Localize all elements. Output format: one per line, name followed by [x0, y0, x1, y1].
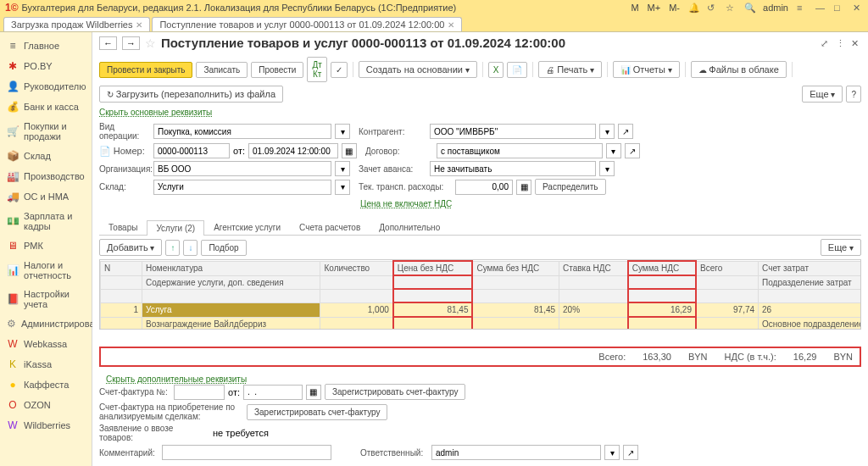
number-input[interactable] [153, 143, 230, 158]
search-icon[interactable]: 🔍 [744, 3, 754, 13]
sidebar-item[interactable]: 🚚ОС и НМА [0, 186, 92, 207]
sidebar-item[interactable]: 📦Склад [0, 146, 92, 166]
save-button[interactable]: Записать [196, 62, 248, 78]
open-icon[interactable]: ↗ [625, 143, 640, 158]
sidebar-item[interactable]: ≡Главное [0, 36, 92, 56]
register-invoice-button-2[interactable]: Зарегистрировать счет-фактуру [247, 404, 387, 420]
close-icon[interactable]: ✕ [853, 3, 863, 13]
print-button[interactable]: 🖨 Печать ▾ [538, 61, 602, 78]
select-icon[interactable]: ✓ [331, 62, 348, 78]
dropdown-icon[interactable]: ▾ [606, 143, 621, 158]
calendar-icon[interactable]: ▦ [306, 385, 321, 400]
nav-fwd[interactable]: → [122, 36, 140, 50]
dropdown-icon[interactable]: ▾ [335, 124, 350, 139]
dropdown-icon[interactable]: ▾ [599, 124, 615, 139]
expand-icon[interactable]: ⤢ [821, 38, 831, 48]
toolbox-icon[interactable]: ≡ [797, 3, 807, 13]
move-up-icon[interactable]: ↑ [165, 240, 180, 256]
calendar-icon[interactable]: ▦ [342, 143, 357, 158]
invoice-date-input[interactable] [243, 385, 303, 400]
reload-button[interactable]: ↻ Загрузить (перезаполнить) из файла [99, 86, 283, 103]
sidebar-item[interactable]: 🛒Покупки и продажи [0, 117, 92, 146]
warehouse-select[interactable] [153, 180, 331, 195]
comment-input[interactable] [162, 445, 331, 460]
sidebar-item[interactable]: 💵Зарплата и кадры [0, 207, 92, 236]
more-button[interactable]: Еще ▾ [821, 239, 861, 256]
nav-icon: W [7, 338, 19, 350]
select-items-button[interactable]: Подбор [201, 240, 246, 256]
sidebar-item[interactable]: 👤Руководителю [0, 76, 92, 97]
create-based-button[interactable]: Создать на основании ▾ [359, 61, 477, 78]
close-icon[interactable]: ✕ [448, 20, 454, 30]
btn-m-minus[interactable]: M- [669, 3, 680, 13]
responsible-select[interactable] [431, 445, 601, 460]
btn-m-plus[interactable]: M+ [648, 3, 661, 13]
contragent-select[interactable] [430, 124, 596, 139]
tab-goods[interactable]: Товары [99, 219, 147, 235]
distribute-button[interactable]: Распределить [535, 179, 606, 195]
sidebar-item[interactable]: KiKassa [0, 354, 92, 374]
sidebar-item[interactable]: ●Каффеста [0, 374, 92, 395]
tab-services[interactable]: Услуги (2) [147, 220, 204, 236]
btn-m[interactable]: M [631, 3, 638, 13]
add-row-button[interactable]: Добавить ▾ [99, 239, 162, 256]
op-type-select[interactable] [153, 124, 331, 139]
sidebar-item[interactable]: 📊Налоги и отчетность [0, 256, 92, 285]
post-button[interactable]: Провести [251, 62, 303, 78]
calc-icon[interactable]: ▦ [516, 180, 531, 195]
nav-icon: ⚙ [7, 318, 16, 330]
sidebar-item[interactable]: OOZON [0, 395, 92, 415]
close-window-icon[interactable]: ✕ [851, 38, 861, 48]
history-icon[interactable]: ↺ [707, 3, 717, 13]
star-icon[interactable]: ☆ [726, 3, 736, 13]
excel-icon[interactable]: X [488, 62, 504, 78]
nav-back[interactable]: ← [99, 36, 117, 50]
tab-extra[interactable]: Дополнительно [370, 219, 449, 235]
date-input[interactable] [248, 143, 338, 158]
sidebar-item[interactable]: ⚙Администрирование [0, 313, 92, 334]
contract-select[interactable] [437, 143, 603, 158]
more-button[interactable]: Еще ▾ [802, 86, 843, 103]
help-button[interactable]: ? [846, 86, 861, 103]
table-row[interactable]: 1Услуга1,000 81,4581,4520% 16,2997,7426 … [101, 302, 862, 317]
tab-accounts[interactable]: Счета расчетов [290, 219, 370, 235]
advance-select[interactable] [430, 161, 596, 176]
sidebar-item[interactable]: 📕Настройки учета [0, 285, 92, 313]
services-table[interactable]: NНоменклатураКоличествоЦена без НДССумма… [99, 259, 861, 330]
maximize-icon[interactable]: □ [834, 3, 844, 13]
tab-document[interactable]: Поступление товаров и услуг 0000-000113 … [152, 17, 462, 31]
sidebar-item[interactable]: 🖥РМК [0, 236, 92, 256]
sidebar-item[interactable]: 💰Банк и касса [0, 97, 92, 117]
dropdown-icon[interactable]: ▾ [335, 161, 350, 176]
post-and-close-button[interactable]: Провести и закрыть [99, 62, 192, 78]
move-down-icon[interactable]: ↓ [183, 240, 198, 256]
transport-input[interactable] [455, 180, 513, 195]
user-label[interactable]: admin [763, 3, 788, 13]
invoice-num-input[interactable] [174, 385, 225, 400]
sidebar-item[interactable]: WWildberries [0, 415, 92, 435]
cloud-files-button[interactable]: ☁ Файлы в облаке [691, 61, 787, 78]
sidebar-item[interactable]: ✱PO.BY [0, 56, 92, 76]
register-invoice-button[interactable]: Зарегистрировать счет-фактуру [325, 384, 465, 400]
tab-agent[interactable]: Агентские услуги [204, 219, 290, 235]
dropdown-icon[interactable]: ▾ [335, 180, 350, 195]
open-icon[interactable]: ↗ [623, 445, 638, 460]
dropdown-icon[interactable]: ▾ [604, 445, 620, 460]
org-select[interactable] [153, 161, 331, 176]
dropdown-icon[interactable]: ▾ [599, 161, 615, 176]
price-link[interactable]: Цена не включает НДС [353, 197, 459, 210]
bell-icon[interactable]: 🔔 [688, 3, 698, 13]
favorite-star[interactable]: ☆ [145, 36, 156, 50]
open-icon[interactable]: ↗ [618, 124, 633, 139]
hide-requisites-link[interactable]: Скрыть основные реквизиты [92, 106, 868, 119]
reports-button[interactable]: 📊 Отчеты ▾ [613, 61, 680, 78]
menu-icon[interactable]: ⋮ [836, 38, 846, 48]
close-icon[interactable]: ✕ [136, 20, 142, 30]
dt-kt-icon[interactable]: ДтКт [307, 57, 326, 82]
tab-wildberries[interactable]: Загрузка продаж Wildberries✕ [3, 17, 150, 31]
table-row[interactable]: Вознаграждение Вайлдберриз Основное подр… [101, 317, 862, 330]
sidebar-item[interactable]: WWebkassa [0, 334, 92, 354]
sidebar-item[interactable]: 🏭Производство [0, 166, 92, 186]
minimize-icon[interactable]: — [815, 3, 826, 13]
file-icon[interactable]: 📄 [507, 62, 527, 78]
